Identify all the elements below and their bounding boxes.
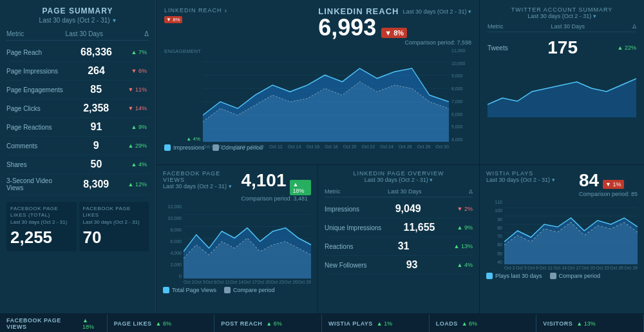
metric-row: Shares 50 ▲ 4% (6, 155, 149, 174)
chevron-down-icon[interactable]: ▾ (113, 17, 116, 24)
metric-row: Comments 9 ▲ 29% (6, 137, 149, 155)
fb-views-comparison: Comparison period: 3,481 (241, 195, 311, 202)
svg-marker-15 (184, 228, 311, 278)
twitter-table-header: Metric Last 30 Days Δ (488, 23, 636, 32)
linkedin-reach-label-small: LINKEDIN REACH (164, 7, 222, 14)
dashboard: PAGE SUMMARY Last 30 days (Oct 2 - 31) ▾… (0, 0, 644, 332)
wistia-plays-panel: WISTIA PLAYS Last 30 days (Oct 2 - 31) ▾… (480, 165, 644, 313)
metrics-table: Metric Last 30 Days Δ Page Reach 68,336 … (6, 30, 149, 195)
fb-views-delta: ▲ 18% (290, 180, 311, 195)
strip-item: LOADS ▲ 6% (430, 315, 537, 332)
metric-row: Page Impressions 264 ▼ 6% (6, 62, 149, 81)
page-summary-title: PAGE SUMMARY (6, 6, 149, 15)
strip-item: VISITORS ▲ 13% (536, 315, 644, 332)
svg-marker-23 (504, 218, 638, 264)
wistia-title: WISTIA PLAYS (486, 170, 555, 177)
metric-row: Page Engagements 85 ▼ 11% (6, 81, 149, 99)
linkedin-overview-header: Metric Last 30 Days Δ (325, 188, 473, 197)
chevron-down-icon-tw[interactable]: ▾ (593, 13, 596, 19)
linkedin-overview-table: Metric Last 30 Days Δ Impressions 9,049 … (325, 188, 473, 275)
svg-marker-8 (488, 79, 636, 117)
twitter-chart (488, 66, 636, 117)
chevron-down-icon-lr[interactable]: ▾ (468, 8, 471, 15)
metrics-header: Metric Last 30 Days Δ (6, 30, 149, 41)
fb-x-labels: Oct 2Oct 5Oct 8Oct 11Oct 14Oct 17Oct 20O… (184, 280, 311, 284)
fb-likes-total-value: 2,255 (10, 228, 73, 248)
fb-likes-title: FACEBOOK PAGE LIKES (83, 206, 146, 219)
metric-row: 3-Second Video Views 8,309 ▲ 12% (6, 174, 149, 195)
overview-row: Unique Impressions 11,655 ▲ 9% (325, 219, 473, 237)
fb-likes-value: 70 (83, 228, 146, 248)
wistia-comparison: Comparison period: 85 (579, 191, 638, 197)
wistia-legend: Plays last 30 days Compare period (486, 273, 638, 279)
linkedin-reach-delta: ▼ 8% (381, 28, 407, 38)
linkedin-overview-title: LINKEDIN PAGE OVERVIEW (325, 170, 473, 177)
strip-item: POST REACH ▲ 6% (214, 315, 322, 332)
facebook-views-panel: FACEBOOK PAGE VIEWS Last 30 days (Oct 2 … (156, 165, 317, 313)
chevron-down-icon-lo[interactable]: ▾ (430, 177, 433, 183)
metric-row: Page Reactions 91 ▲ 9% (6, 118, 149, 137)
linkedin-overview-panel: LINKEDIN PAGE OVERVIEW Last 30 days (Oct… (318, 165, 479, 313)
wistia-x-labels: Oct 2Oct 5Oct 8Oct 11Oct 14Oct 17Oct 20O… (504, 266, 638, 270)
fb-likes-total-card: FACEBOOK PAGE LIKES (TOTAL) Last 30 days… (6, 202, 77, 251)
bottom-cards: FACEBOOK PAGE LIKES (TOTAL) Last 30 days… (6, 202, 149, 251)
linkedin-reach-header: LINKEDIN REACH › (164, 6, 227, 14)
strip-item: PAGE LIKES ▲ 6% (108, 315, 215, 332)
fb-legend: Total Page Views Compare period (163, 287, 311, 293)
twitter-tweets-row: Tweets 175 ▲ 22% (488, 35, 636, 61)
metric-row: Page Clicks 2,358 ▼ 14% (6, 99, 149, 118)
overview-row: Reactions 31 ▲ 13% (325, 237, 473, 256)
fb-views-value: 4,101 (241, 170, 286, 191)
wistia-value: 84 (579, 170, 599, 191)
wistia-chart (504, 200, 638, 264)
fb-likes-card: FACEBOOK PAGE LIKES Last 30 days (Oct 2 … (79, 202, 149, 251)
bottom-strip-items: FACEBOOK PAGE VIEWS ▲ 18% PAGE LIKES ▲ 6… (0, 315, 644, 332)
fb-views-chart (184, 204, 311, 278)
twitter-summary-panel: TWITTER ACCOUNT SUMMARY Last 30 days (Oc… (480, 0, 644, 164)
linkedin-x-labels: Oct 4Oct 6Oct 8Oct 10Oct 12Oct 14Oct 16O… (203, 144, 449, 149)
wistia-delta: ▼ 1% (603, 180, 623, 189)
linkedin-reach-chart (203, 48, 449, 142)
fb-likes-total-title: FACEBOOK PAGE LIKES (TOTAL) (10, 206, 73, 219)
fb-views-title: FACEBOOK PAGE VIEWS (163, 170, 241, 183)
strip-item: FACEBOOK PAGE VIEWS ▲ 18% (0, 315, 108, 332)
overview-row: New Followers 93 ▲ 4% (325, 256, 473, 275)
twitter-table: Metric Last 30 Days Δ Tweets 175 ▲ 22% (488, 23, 636, 61)
chevron-down-icon-fb[interactable]: ▾ (229, 183, 232, 190)
bottom-strip: FACEBOOK PAGE VIEWS ▲ 18% PAGE LIKES ▲ 6… (0, 314, 644, 332)
chevron-right-icon[interactable]: › (225, 6, 227, 14)
svg-marker-7 (203, 68, 449, 142)
twitter-title: TWITTER ACCOUNT SUMMARY (488, 6, 636, 13)
linkedin-reach-value: 6,993 (318, 16, 376, 39)
page-summary-subtitle[interactable]: Last 30 days (Oct 2 - 31) ▾ (6, 17, 149, 24)
overview-row: Impressions 9,049 ▼ 2% (325, 200, 473, 219)
strip-item: WISTIA PLAYS ▲ 1% (322, 315, 430, 332)
metric-row: Page Reach 68,336 ▲ 7% (6, 43, 149, 62)
page-summary-panel: PAGE SUMMARY Last 30 days (Oct 2 - 31) ▾… (0, 0, 156, 313)
linkedin-reach-panel: LINKEDIN REACH › ▼ 8% LINKEDIN REACH Las… (156, 0, 479, 164)
chevron-down-icon-wp[interactable]: ▾ (552, 177, 555, 183)
